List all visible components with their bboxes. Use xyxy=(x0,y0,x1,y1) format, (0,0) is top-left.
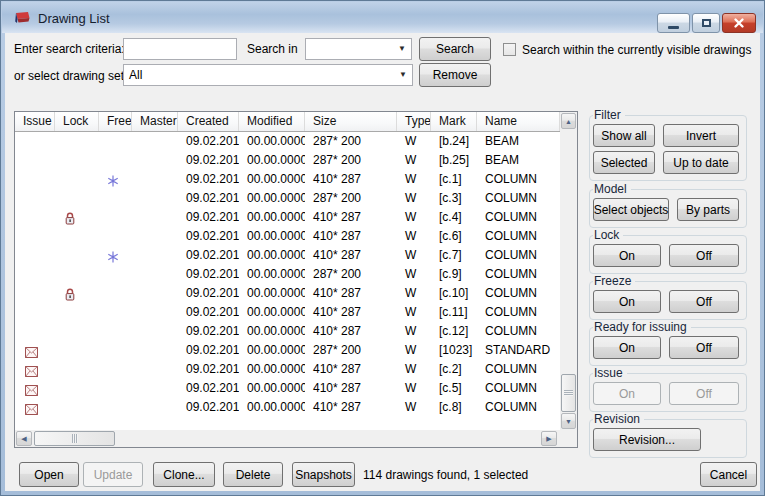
column-header-lock[interactable]: Lock xyxy=(55,112,99,131)
scroll-down-button[interactable]: ▼ xyxy=(561,413,576,429)
column-header-type[interactable]: Type xyxy=(397,112,431,131)
drawing-set-label: or select drawing set xyxy=(14,69,124,83)
column-header-name[interactable]: Name xyxy=(477,112,560,131)
clone-button[interactable]: Clone... xyxy=(153,462,215,487)
snowflake-cell xyxy=(99,379,132,398)
cell-master xyxy=(132,322,178,341)
padlock-cell xyxy=(55,322,99,341)
search-visible-checkbox[interactable] xyxy=(503,43,516,56)
freeze-off-button[interactable]: Off xyxy=(669,290,739,313)
cell-size: 287* 200 xyxy=(305,341,397,360)
filter-show-all-button[interactable]: Show all xyxy=(593,124,655,147)
search-criteria-input[interactable] xyxy=(123,38,237,60)
padlock-cell xyxy=(55,227,99,246)
padlock-cell xyxy=(55,208,99,227)
column-header-mark[interactable]: Mark xyxy=(431,112,477,131)
horizontal-scroll-thumb[interactable] xyxy=(34,431,115,446)
cell-name: COLUMN xyxy=(477,360,560,379)
cell-created: 09.02.2012 xyxy=(178,189,239,208)
scroll-left-button[interactable]: ◀ xyxy=(16,431,32,446)
table-row[interactable]: 09.02.201200.00.0000410* 287W[c.2]COLUMN xyxy=(15,360,560,379)
column-header-issue[interactable]: Issue xyxy=(15,112,55,131)
padlock-icon xyxy=(64,288,76,301)
table-row[interactable]: 09.02.201200.00.0000410* 287W[c.10]COLUM… xyxy=(15,284,560,303)
vertical-scrollbar[interactable]: ▲ ▼ xyxy=(560,112,577,430)
column-header-master[interactable]: Master xyxy=(132,112,178,131)
scrollbar-corner xyxy=(558,430,577,447)
titlebar[interactable]: Drawing List xyxy=(2,2,763,33)
remove-button[interactable]: Remove xyxy=(419,63,491,87)
freeze-on-button[interactable]: On xyxy=(593,290,661,313)
padlock-cell xyxy=(55,246,99,265)
column-header-size[interactable]: Size xyxy=(305,112,397,131)
close-button[interactable] xyxy=(722,13,756,33)
padlock-cell xyxy=(55,360,99,379)
lock-off-button[interactable]: Off xyxy=(669,244,739,267)
table-row[interactable]: 09.02.201200.00.0000410* 287W[c.11]COLUM… xyxy=(15,303,560,322)
chevron-down-icon: ▼ xyxy=(399,71,407,79)
table-row[interactable]: 09.02.201200.00.0000410* 287W[c.5]COLUMN xyxy=(15,379,560,398)
ready-for-issuing-on-button[interactable]: On xyxy=(593,336,661,359)
padlock-cell xyxy=(55,189,99,208)
ready-for-issuing-off-button[interactable]: Off xyxy=(669,336,739,359)
vertical-scroll-thumb[interactable] xyxy=(561,374,576,412)
table-row[interactable]: 09.02.201200.00.0000287* 200W[b.25]BEAM xyxy=(15,151,560,170)
horizontal-scrollbar[interactable]: ◀ ▶ xyxy=(15,430,558,447)
snapshots-button[interactable]: Snapshots xyxy=(292,462,355,487)
status-text: 114 drawings found, 1 selected xyxy=(363,468,528,482)
column-header-modified[interactable]: Modified xyxy=(239,112,305,131)
cell-created: 09.02.2012 xyxy=(178,265,239,284)
table-header: IssueLockFree...MasterCreatedModifiedSiz… xyxy=(15,112,560,132)
envelope-cell xyxy=(15,151,55,170)
scroll-right-button[interactable]: ▶ xyxy=(541,431,557,446)
maximize-button[interactable] xyxy=(692,13,720,33)
envelope-cell xyxy=(15,379,55,398)
padlock-cell xyxy=(55,132,99,151)
drawing-set-dropdown[interactable]: All ▼ xyxy=(123,64,413,86)
cell-type: W xyxy=(397,398,431,417)
cell-size: 287* 200 xyxy=(305,189,397,208)
delete-button[interactable]: Delete xyxy=(223,462,283,487)
cell-name: COLUMN xyxy=(477,246,560,265)
table-row[interactable]: 09.02.201200.00.0000410* 287W[c.6]COLUMN xyxy=(15,227,560,246)
scroll-up-button[interactable]: ▲ xyxy=(561,113,576,129)
cell-modified: 00.00.0000 xyxy=(239,284,305,303)
snowflake-cell xyxy=(99,246,132,265)
lock-on-button[interactable]: On xyxy=(593,244,661,267)
table-row[interactable]: 09.02.201200.00.0000287* 200W[1023]STAND… xyxy=(15,341,560,360)
model-by-parts-button[interactable]: By parts xyxy=(677,198,739,221)
cell-mark: [c.6] xyxy=(431,227,477,246)
search-in-dropdown[interactable]: ▼ xyxy=(305,38,412,60)
table-row[interactable]: 09.02.201200.00.0000410* 287W[c.4]COLUMN xyxy=(15,208,560,227)
search-button[interactable]: Search xyxy=(419,37,491,61)
cancel-button[interactable]: Cancel xyxy=(700,462,757,487)
column-header-created[interactable]: Created xyxy=(178,112,239,131)
cell-type: W xyxy=(397,208,431,227)
cell-master xyxy=(132,379,178,398)
table-row[interactable]: 09.02.201200.00.0000410* 287W[c.7]COLUMN xyxy=(15,246,560,265)
padlock-cell xyxy=(55,284,99,303)
model-select-objects-button[interactable]: Select objects xyxy=(593,198,669,221)
cell-modified: 00.00.0000 xyxy=(239,322,305,341)
minimize-button[interactable] xyxy=(657,13,690,33)
table-row[interactable]: 09.02.201200.00.0000410* 287W[c.1]COLUMN xyxy=(15,170,560,189)
table-row[interactable]: 09.02.201200.00.0000287* 200W[b.24]BEAM xyxy=(15,132,560,151)
column-header-free[interactable]: Free... xyxy=(99,112,132,131)
group-label-ready-for-issuing: Ready for issuing xyxy=(593,320,691,334)
table-row[interactable]: 09.02.201200.00.0000287* 200W[c.9]COLUMN xyxy=(15,265,560,284)
open-button[interactable]: Open xyxy=(19,462,79,487)
table-row[interactable]: 09.02.201200.00.0000410* 287W[c.12]COLUM… xyxy=(15,322,560,341)
filter-up-to-date-button[interactable]: Up to date xyxy=(663,151,739,174)
cell-modified: 00.00.0000 xyxy=(239,151,305,170)
cell-type: W xyxy=(397,246,431,265)
cell-size: 410* 287 xyxy=(305,246,397,265)
filter-invert-button[interactable]: Invert xyxy=(663,124,739,147)
cell-size: 410* 287 xyxy=(305,360,397,379)
update-button: Update xyxy=(83,462,143,487)
filter-selected-button[interactable]: Selected xyxy=(593,151,655,174)
cell-modified: 00.00.0000 xyxy=(239,341,305,360)
revision-revision--button[interactable]: Revision... xyxy=(593,428,701,451)
snowflake-cell xyxy=(99,284,132,303)
table-row[interactable]: 09.02.201200.00.0000287* 200W[c.3]COLUMN xyxy=(15,189,560,208)
table-row[interactable]: 09.02.201200.00.0000410* 287W[c.8]COLUMN xyxy=(15,398,560,417)
